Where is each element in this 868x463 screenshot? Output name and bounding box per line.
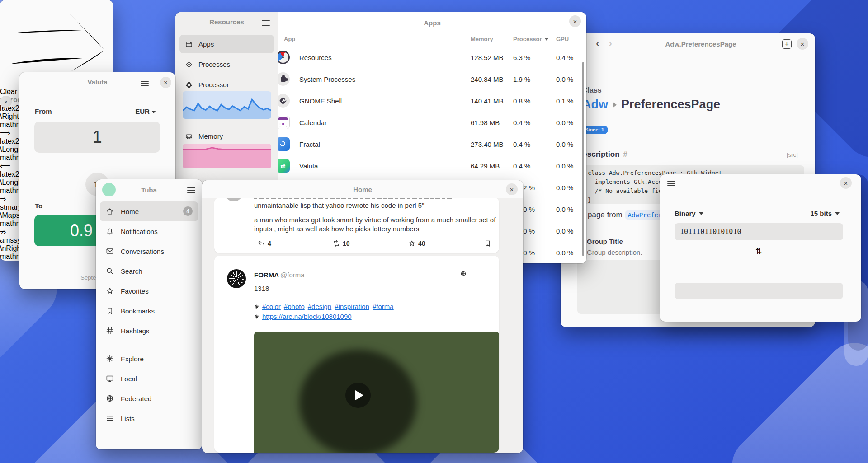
video-attachment[interactable] <box>254 332 499 453</box>
amount-input[interactable]: 1 <box>34 122 160 153</box>
post-link[interactable]: https://are.na/block/10801090 <box>262 313 352 320</box>
new-tab-icon[interactable]: + <box>782 39 792 49</box>
window-tuba: Tuba <box>96 179 202 449</box>
post-card[interactable]: FORMA @forma 1318 #color#photo#design#in… <box>214 256 499 453</box>
sidebar-item-processes[interactable]: Processes <box>179 55 274 74</box>
menu-icon[interactable] <box>187 187 195 193</box>
sidebar-item-icon <box>105 207 114 216</box>
boost-count: 10 <box>343 240 350 247</box>
play-button[interactable] <box>345 383 371 408</box>
table-row[interactable]: Fractal 273.40 MB 0.4 % 0.0 % <box>278 133 586 155</box>
sidebar-item[interactable]: Hashtags <box>100 321 198 341</box>
bookmark-icon <box>484 239 492 248</box>
favorite-button[interactable]: 40 <box>408 239 425 248</box>
processor-cell: 0.4 % <box>513 140 535 148</box>
to-label: To <box>35 202 42 210</box>
memory-cell: 240.84 MB <box>471 75 504 83</box>
base-dropdown[interactable]: Binary <box>675 210 703 217</box>
gpu-cell: 0.0 % <box>556 249 573 257</box>
sidebar-item-apps[interactable]: Apps <box>179 35 274 53</box>
hashtag-link[interactable]: #inspiration <box>335 303 369 310</box>
window-title[interactable]: Valuta <box>19 78 175 86</box>
reply-button[interactable]: 4 <box>257 239 271 248</box>
sidebar-item-label: Home <box>121 208 139 215</box>
avatar[interactable] <box>227 269 246 288</box>
sidebar-item-icon <box>105 247 114 256</box>
app-icon <box>276 51 290 64</box>
sidebar-item[interactable]: Conversations <box>100 241 198 261</box>
hashtag-link[interactable]: #design <box>308 303 332 310</box>
bits-dropdown[interactable]: 15 bits <box>810 210 840 217</box>
anchor-link[interactable]: # <box>623 150 627 159</box>
visibility-globe-icon <box>460 271 467 277</box>
app-icon <box>276 72 290 86</box>
sidebar-item-label: Lists <box>121 415 135 422</box>
close-icon[interactable]: × <box>797 38 808 50</box>
from-currency-dropdown[interactable]: EUR <box>135 108 156 115</box>
star-icon <box>408 239 416 248</box>
table-row[interactable]: GNOME Shell 140.41 MB 0.8 % 0.1 % <box>278 90 586 112</box>
sidebar-item[interactable]: Federated <box>100 388 198 408</box>
sidebar-item[interactable]: Notifications <box>100 221 198 241</box>
processor-cell: 6.3 % <box>513 54 535 61</box>
sidebar-item-icon <box>105 394 114 403</box>
menu-icon[interactable] <box>141 81 149 86</box>
sidebar-item-memory[interactable]: Memory <box>179 127 274 145</box>
sidebar-item-label: Favorites <box>121 287 149 295</box>
sidebar-item[interactable]: Local <box>100 369 198 388</box>
table-row[interactable]: Calendar 61.98 MB 0.4 % 0.0 % <box>278 112 586 133</box>
swap-icon[interactable]: ⇅ <box>750 247 768 256</box>
chevron-down-icon <box>151 111 156 113</box>
sidebar-item[interactable]: Home 4 <box>100 201 198 221</box>
post-handle[interactable]: @forma <box>280 271 305 279</box>
sidebar-item-label: Processor <box>198 81 229 89</box>
bookmark-button[interactable] <box>484 239 492 248</box>
hashtag-link[interactable]: #photo <box>284 303 305 310</box>
forward-icon[interactable]: › <box>609 38 612 49</box>
table-row[interactable]: System Processes 240.84 MB 1.9 % 0.0 % <box>278 68 586 90</box>
binary-value-input[interactable]: 101110110101010 <box>675 223 843 240</box>
window-title[interactable]: Tuba <box>96 186 202 194</box>
sidebar-item-label: Federated <box>121 395 151 402</box>
pane-title[interactable]: Apps <box>278 19 586 27</box>
src-link[interactable]: [src] <box>787 151 798 158</box>
close-icon[interactable]: × <box>160 77 171 88</box>
gpu-cell: 0.1 % <box>556 97 573 105</box>
app-icon <box>276 94 290 108</box>
table-row[interactable]: Resources 128.52 MB 6.3 % 0.4 % <box>278 47 586 68</box>
sidebar-item[interactable]: Bookmarks <box>100 301 198 321</box>
sidebar-item[interactable]: Search <box>100 261 198 281</box>
boost-button[interactable]: 10 <box>332 239 350 248</box>
cpu-usage-chart <box>183 91 271 119</box>
hashtag-link[interactable]: #color <box>262 303 281 310</box>
column-header-gpu[interactable]: GPU <box>556 36 569 42</box>
window-title[interactable]: Adw.PreferencesPage <box>633 40 769 48</box>
hashtags-line: #color#photo#design#inspiration#forma <box>254 303 397 310</box>
sidebar-item-label: Search <box>121 267 142 275</box>
close-icon[interactable]: × <box>506 183 518 195</box>
column-header-processor[interactable]: Processor <box>513 36 548 42</box>
sidebar-item-icon <box>105 326 114 335</box>
converted-value-field[interactable] <box>675 283 843 299</box>
memory-usage-chart <box>183 144 271 168</box>
sidebar-item-icon <box>105 227 114 236</box>
menu-icon[interactable] <box>262 20 270 26</box>
sidebar-item[interactable]: Lists <box>100 408 198 428</box>
post-author[interactable]: FORMA <box>254 271 279 279</box>
close-icon[interactable]: × <box>569 15 581 27</box>
sidebar-item[interactable]: Explore <box>100 349 198 369</box>
vertical-scrollbar[interactable] <box>582 62 584 256</box>
titlebar[interactable]: Home × <box>202 180 523 198</box>
table-row[interactable]: ⇄ Valuta 64.29 MB 0.4 % 0.0 % <box>278 155 586 177</box>
memory-cell: 273.40 MB <box>471 140 504 148</box>
close-icon[interactable]: × <box>0 96 12 108</box>
hashtag-link[interactable]: #forma <box>373 303 394 310</box>
menu-icon[interactable] <box>667 181 675 186</box>
column-header-app[interactable]: App <box>284 36 295 42</box>
sidebar-item[interactable]: Favorites <box>100 281 198 301</box>
column-header-memory[interactable]: Memory <box>471 36 493 42</box>
close-icon[interactable]: × <box>840 177 852 189</box>
symbol-glyph: ⟹ <box>0 129 10 137</box>
post-card[interactable]: unmaintanable lisp that yahoo rewrote hi… <box>214 197 499 253</box>
back-icon[interactable]: ‹ <box>596 38 599 49</box>
